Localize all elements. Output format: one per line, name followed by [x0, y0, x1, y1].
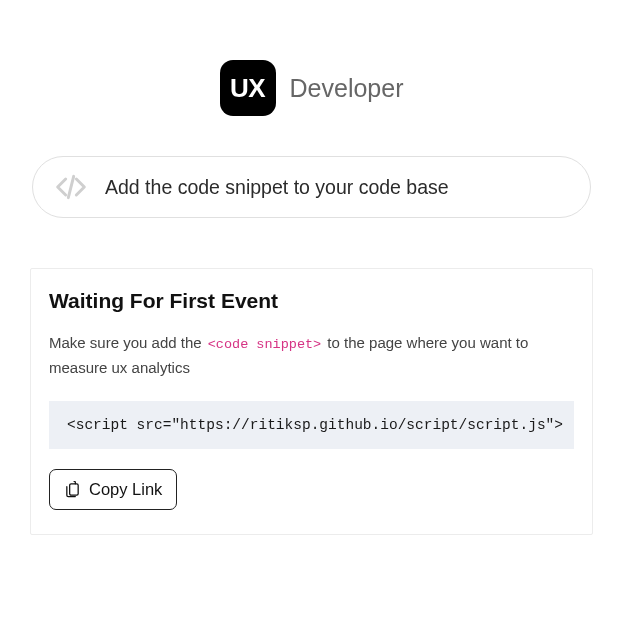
- card-description: Make sure you add the <code snippet> to …: [49, 331, 574, 379]
- header-title: Developer: [290, 74, 404, 103]
- clipboard-icon: [64, 481, 81, 498]
- logo-text: UX: [230, 73, 265, 104]
- event-card: Waiting For First Event Make sure you ad…: [30, 268, 593, 535]
- card-title: Waiting For First Event: [49, 289, 574, 313]
- desc-before: Make sure you add the: [49, 334, 206, 351]
- instruction-text: Add the code snippet to your code base: [105, 176, 449, 199]
- inline-code-snippet: <code snippet>: [206, 337, 323, 352]
- code-block[interactable]: <script src="https://ritiksp.github.io/s…: [49, 401, 574, 449]
- svg-rect-1: [70, 484, 79, 495]
- code-icon: [55, 171, 87, 203]
- logo-badge: UX: [220, 60, 276, 116]
- copy-link-button[interactable]: Copy Link: [49, 469, 177, 510]
- copy-link-label: Copy Link: [89, 480, 162, 499]
- instruction-pill: Add the code snippet to your code base: [32, 156, 591, 218]
- header-brand: UX Developer: [30, 60, 593, 116]
- svg-line-0: [68, 176, 73, 197]
